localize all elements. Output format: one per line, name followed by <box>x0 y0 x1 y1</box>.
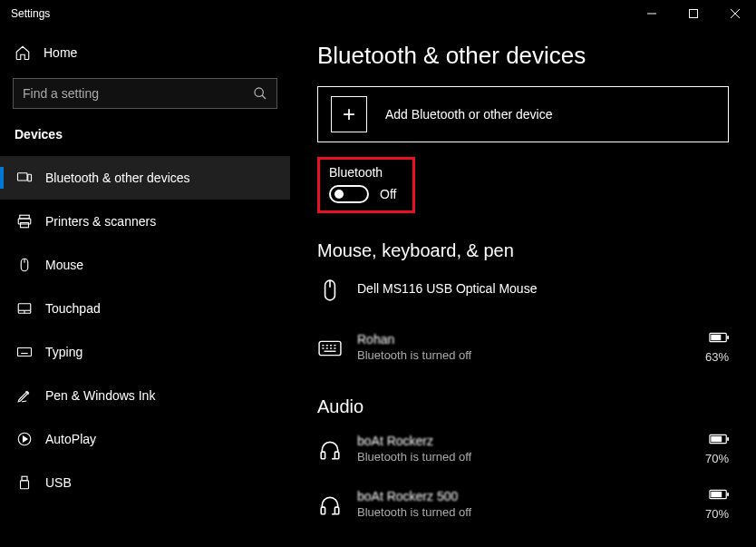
autoplay-icon <box>16 431 33 447</box>
svg-rect-49 <box>727 493 729 496</box>
category-title: Devices <box>0 122 290 156</box>
svg-rect-7 <box>28 174 32 181</box>
svg-rect-45 <box>711 436 722 442</box>
nav-label: Typing <box>45 345 82 359</box>
add-device-label: Add Bluetooth or other device <box>385 107 552 122</box>
nav-item-touchpad[interactable]: Touchpad <box>0 287 290 330</box>
bluetooth-toggle-group: Bluetooth Off <box>317 157 415 213</box>
device-name: boAt Rockerz <box>357 434 691 448</box>
nav-item-usb[interactable]: USB <box>0 461 290 504</box>
home-button[interactable]: Home <box>0 34 290 71</box>
toggle-knob <box>334 190 344 199</box>
svg-rect-10 <box>21 223 29 228</box>
keyboard-icon <box>317 336 343 361</box>
usb-icon <box>16 474 33 491</box>
device-name: Rohan <box>357 332 691 347</box>
page-title: Bluetooth & other devices <box>317 42 729 70</box>
mouse-icon <box>16 257 33 273</box>
touchpad-icon <box>16 300 33 317</box>
sidebar: Home Devices Bluetooth & other devices P… <box>0 27 290 547</box>
plus-icon: + <box>331 96 367 132</box>
pen-icon <box>16 387 33 404</box>
titlebar: Settings <box>0 0 756 27</box>
svg-rect-39 <box>727 336 729 339</box>
search-input[interactable] <box>13 78 277 109</box>
battery-icon <box>705 432 729 448</box>
device-name: Dell MS116 USB Optical Mouse <box>357 281 729 296</box>
minimize-button[interactable] <box>631 0 673 27</box>
svg-rect-6 <box>18 173 28 181</box>
device-row[interactable]: Rohan Bluetooth is turned off 63% <box>317 325 729 369</box>
svg-rect-46 <box>321 507 325 514</box>
nav-label: USB <box>45 475 72 490</box>
home-icon <box>15 44 31 61</box>
svg-rect-25 <box>21 481 29 489</box>
svg-rect-16 <box>18 348 32 357</box>
nav-item-autoplay[interactable]: AutoPlay <box>0 417 290 461</box>
devices-icon <box>16 170 33 186</box>
main-content: Bluetooth & other devices + Add Bluetoot… <box>290 27 756 547</box>
battery-percent: 70% <box>705 452 729 465</box>
bluetooth-toggle[interactable] <box>329 185 369 203</box>
svg-rect-1 <box>690 10 698 18</box>
headset-icon <box>317 437 343 463</box>
svg-rect-24 <box>22 476 27 481</box>
svg-rect-42 <box>334 452 338 459</box>
close-icon <box>731 9 740 18</box>
device-status: Bluetooth is turned off <box>357 348 691 362</box>
minimize-icon <box>647 9 656 18</box>
device-row[interactable]: Dell MS116 USB Optical Mouse <box>317 270 729 308</box>
mouse-icon <box>317 278 343 303</box>
nav-item-printers[interactable]: Printers & scanners <box>0 200 290 243</box>
printer-icon <box>16 213 33 230</box>
device-row[interactable]: boAt Rockerz Bluetooth is turned off 70% <box>317 426 729 471</box>
nav-label: Touchpad <box>45 301 101 316</box>
svg-rect-40 <box>711 335 721 340</box>
battery-percent: 63% <box>705 350 729 364</box>
bluetooth-label: Bluetooth <box>329 165 396 180</box>
svg-line-5 <box>262 95 266 99</box>
device-status: Bluetooth is turned off <box>357 505 691 519</box>
keyboard-icon <box>16 344 33 360</box>
svg-rect-41 <box>321 452 325 459</box>
svg-marker-23 <box>24 436 28 442</box>
nav-item-bluetooth[interactable]: Bluetooth & other devices <box>0 156 290 200</box>
headset-icon <box>317 493 343 518</box>
bluetooth-state: Off <box>380 187 396 201</box>
nav-item-mouse[interactable]: Mouse <box>0 243 290 287</box>
nav-label: Printers & scanners <box>45 214 156 229</box>
svg-rect-50 <box>711 492 722 497</box>
nav-label: AutoPlay <box>45 432 96 446</box>
nav-item-typing[interactable]: Typing <box>0 330 290 374</box>
device-row[interactable]: boAt Rockerz 500 Bluetooth is turned off… <box>317 482 729 526</box>
svg-rect-47 <box>334 507 338 514</box>
svg-point-4 <box>255 88 263 96</box>
nav-label: Pen & Windows Ink <box>45 388 155 403</box>
nav-label: Bluetooth & other devices <box>45 171 190 185</box>
device-status: Bluetooth is turned off <box>357 450 691 464</box>
section-heading-audio: Audio <box>317 396 729 417</box>
maximize-icon <box>689 9 698 18</box>
search-icon <box>253 86 267 101</box>
add-device-button[interactable]: + Add Bluetooth or other device <box>317 86 729 142</box>
battery-percent: 70% <box>705 507 729 521</box>
home-label: Home <box>44 45 77 60</box>
section-heading-mouse-keyboard-pen: Mouse, keyboard, & pen <box>317 240 729 261</box>
search-field[interactable] <box>23 86 253 101</box>
battery-icon <box>705 330 729 347</box>
window-title: Settings <box>11 7 631 20</box>
nav-item-pen[interactable]: Pen & Windows Ink <box>0 374 290 417</box>
nav-label: Mouse <box>45 258 83 272</box>
maximize-button[interactable] <box>673 0 714 27</box>
svg-rect-44 <box>727 437 729 441</box>
close-button[interactable] <box>714 0 756 27</box>
device-name: boAt Rockerz 500 <box>357 489 691 503</box>
battery-icon <box>705 487 729 503</box>
